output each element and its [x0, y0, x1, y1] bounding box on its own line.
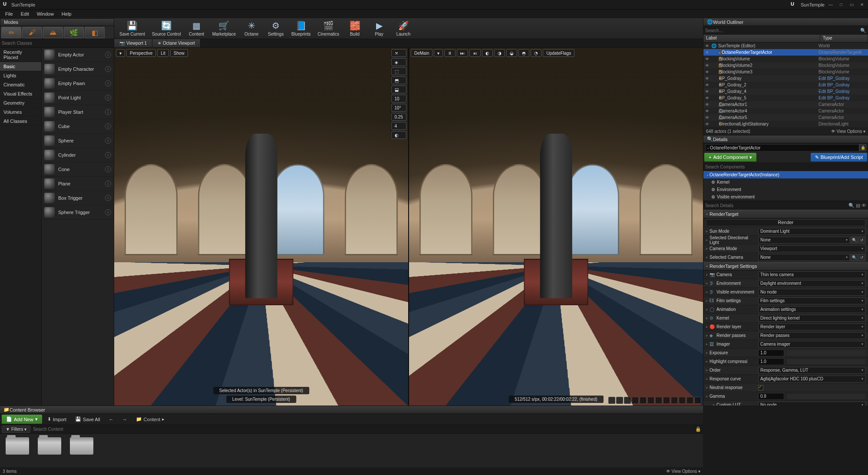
dropdown[interactable]: Camera imager▾ [758, 341, 865, 348]
number-input[interactable] [758, 350, 784, 356]
toolbar-octane-button[interactable]: ✳Octane [240, 20, 263, 37]
octane-tool-icon[interactable] [679, 397, 686, 404]
info-icon[interactable]: i [105, 109, 111, 115]
menu-window[interactable]: Window [33, 10, 57, 17]
octane-tool-icon[interactable] [640, 397, 647, 404]
search-details-input[interactable] [705, 203, 848, 208]
viewport-control[interactable]: 4 [391, 122, 406, 130]
viewport-control[interactable]: ◔ [531, 49, 541, 57]
search-content-input[interactable] [33, 427, 695, 432]
place-item[interactable]: Empty Pawni [42, 76, 114, 91]
viewport-control[interactable]: Show [170, 49, 188, 57]
viewport-control[interactable]: ◐ [482, 49, 493, 57]
viewport-control[interactable]: ◈ [391, 58, 406, 66]
visibility-icon[interactable]: 👁 [705, 50, 711, 55]
info-icon[interactable]: i [105, 209, 111, 215]
component-item[interactable]: ⚙ Visible environment [703, 193, 868, 201]
dropdown[interactable]: No node▾ [758, 289, 865, 296]
toolbar-cinematics-button[interactable]: 🎬Cinematics [315, 20, 342, 37]
minimize-button[interactable]: — [826, 1, 835, 8]
info-icon[interactable]: i [105, 138, 111, 144]
modes-tab[interactable]: Modes [0, 19, 114, 26]
checkbox[interactable] [758, 385, 763, 390]
viewport-control[interactable]: ◓ [518, 49, 529, 57]
outliner-row[interactable]: 👁◳BlockingVolume2BlockingVolume [703, 62, 868, 69]
dropdown[interactable]: No node▾ [758, 402, 865, 406]
octane-tool-icon[interactable] [686, 397, 693, 404]
dropdown[interactable]: None▾ [758, 254, 850, 261]
octane-tool-icon[interactable] [624, 397, 631, 404]
toolbar-save-current-button[interactable]: 💾Save Current [117, 20, 148, 37]
viewport-control[interactable]: UpdateFlags [543, 49, 574, 57]
octane-tool-icon[interactable] [647, 397, 654, 404]
outliner-row[interactable]: 👁🎥CameraActor4CameraActor [703, 108, 868, 114]
render-button[interactable]: Render [706, 219, 865, 226]
component-item[interactable]: ⚙ Environment [703, 186, 868, 193]
close-button[interactable]: ✕ [858, 1, 866, 8]
viewport-control[interactable]: ◐ [391, 131, 406, 139]
world-outliner-tab[interactable]: 🌐 World Outliner [703, 18, 868, 26]
category-rendertarget-settings[interactable]: ▿RenderTarget Settings [703, 262, 868, 270]
dropdown[interactable]: Agfa|Agfacolor HDC 100 plusCD▾ [758, 376, 865, 383]
octane-viewport[interactable]: DeMain▾⏸⏭⏯◐◑◒◓◔UpdateFlags 512/512 s/px,… [409, 48, 703, 406]
reset-icon[interactable]: ↺ [858, 237, 865, 244]
visibility-icon[interactable]: 👁 [705, 70, 711, 74]
dropdown[interactable]: Film settings▾ [758, 297, 865, 304]
place-item[interactable]: Empty Actori [42, 48, 114, 62]
octane-tool-icon[interactable] [655, 397, 662, 404]
info-icon[interactable]: i [105, 52, 111, 58]
add-component-button[interactable]: + Add Component ▾ [704, 153, 756, 162]
content-folder[interactable] [36, 437, 63, 464]
search-components-input[interactable] [705, 165, 866, 169]
mode-landscape-icon[interactable]: ⛰ [43, 27, 63, 38]
search-icon[interactable]: 🔍 [851, 254, 858, 261]
toolbar-play-button[interactable]: ▶Play [368, 20, 390, 37]
viewport-control[interactable]: DeMain [411, 49, 432, 57]
dropdown[interactable]: Daylight environment▾ [758, 280, 865, 287]
toolbar-settings-button[interactable]: ⚙Settings [264, 20, 287, 37]
visibility-icon[interactable]: 👁 [705, 122, 711, 126]
viewport-control[interactable]: 10° [391, 104, 406, 112]
info-icon[interactable]: i [105, 152, 111, 158]
mode-geometry-icon[interactable]: ◧ [85, 27, 105, 38]
viewport-control[interactable]: 0.25 [391, 113, 406, 121]
content-folder[interactable] [3, 437, 31, 464]
outliner-search-input[interactable] [705, 28, 860, 33]
category-rendertarget[interactable]: ▿RenderTarget [703, 210, 868, 218]
mode-paint-icon[interactable]: 🖌 [22, 27, 42, 38]
viewport-control[interactable]: ◑ [494, 49, 505, 57]
place-item[interactable]: Sphere Triggeri [42, 205, 114, 220]
octane-tool-icon[interactable] [694, 397, 701, 404]
category-volumes[interactable]: Volumes [0, 108, 41, 117]
place-item[interactable]: Cubei [42, 119, 114, 134]
info-icon[interactable]: i [105, 181, 111, 187]
mode-place-icon[interactable]: ✏ [1, 27, 21, 38]
visibility-icon[interactable]: 👁 [705, 44, 711, 48]
info-icon[interactable]: i [105, 123, 111, 129]
category-geometry[interactable]: Geometry [0, 99, 41, 108]
outliner-row[interactable]: 👁✦BP_Godray_4Edit BP_Godray [703, 88, 868, 95]
place-item[interactable]: Point Lighti [42, 91, 114, 105]
outliner-row[interactable]: 👁🎥- OctaneRenderTargetActorOctaneRenderT… [703, 49, 868, 56]
dropdown[interactable]: Dominant Light▾ [758, 228, 865, 235]
place-item[interactable]: Player Starti [42, 105, 114, 119]
visibility-icon[interactable]: 👁 [705, 115, 711, 120]
toolbar-blueprints-button[interactable]: 📘Blueprints [289, 20, 313, 37]
visibility-icon[interactable]: 👁 [705, 83, 711, 87]
reset-icon[interactable]: ↺ [858, 254, 865, 261]
outliner-row[interactable]: 👁🎥CameraActor1CameraActor [703, 101, 868, 108]
octane-tool-icon[interactable] [671, 397, 678, 404]
outliner-row[interactable]: 👁◳BlockingVolumeBlockingVolume [703, 56, 868, 62]
content-view-options[interactable]: 👁 View Options ▾ [666, 469, 700, 474]
place-item[interactable]: Empty Characteri [42, 62, 114, 76]
viewport-control[interactable]: ⬒ [391, 76, 406, 84]
menu-edit[interactable]: Edit [17, 10, 33, 17]
editor-viewport[interactable]: ▾PerspectiveLitShow ⤧◈⬚⬒⬓1010°0.254◐ Sel… [114, 48, 408, 406]
info-icon[interactable]: i [105, 95, 111, 101]
place-item[interactable]: Planei [42, 177, 114, 191]
viewport-control[interactable]: ⬓ [391, 86, 406, 93]
dropdown[interactable]: Render passes▾ [758, 332, 865, 339]
visibility-icon[interactable]: 👁 [705, 63, 711, 68]
viewport-control[interactable]: ⏸ [444, 49, 455, 57]
viewport-control[interactable]: Perspective [126, 49, 156, 57]
